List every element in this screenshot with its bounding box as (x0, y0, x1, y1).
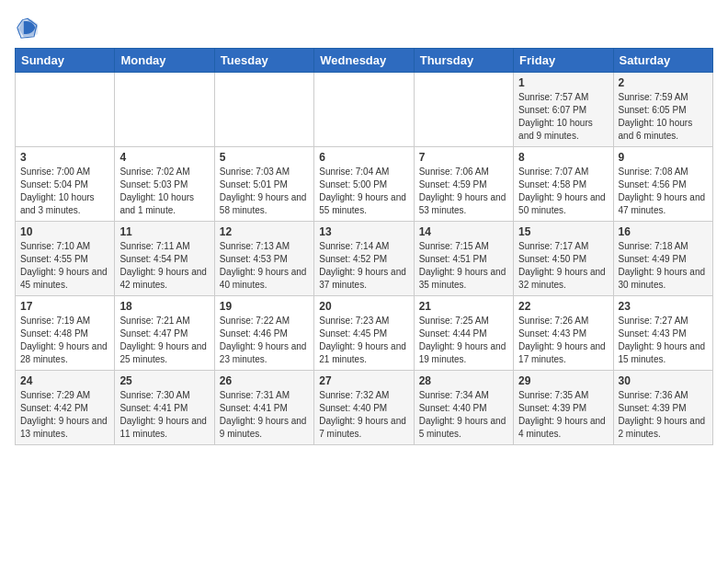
day-info: Sunrise: 7:18 AM Sunset: 4:49 PM Dayligh… (619, 240, 708, 292)
calendar-day-cell: 13Sunrise: 7:14 AM Sunset: 4:52 PM Dayli… (314, 222, 414, 296)
day-info: Sunrise: 7:06 AM Sunset: 4:59 PM Dayligh… (419, 166, 508, 217)
day-info: Sunrise: 7:36 AM Sunset: 4:39 PM Dayligh… (619, 389, 708, 441)
day-info: Sunrise: 7:26 AM Sunset: 4:43 PM Dayligh… (518, 315, 608, 366)
calendar-day-cell: 20Sunrise: 7:23 AM Sunset: 4:45 PM Dayli… (314, 296, 414, 371)
day-info: Sunrise: 7:00 AM Sunset: 5:04 PM Dayligh… (20, 166, 109, 217)
day-info: Sunrise: 7:04 AM Sunset: 5:00 PM Dayligh… (319, 166, 408, 217)
day-info: Sunrise: 7:32 AM Sunset: 4:40 PM Dayligh… (319, 389, 408, 441)
calendar-day-cell (115, 73, 214, 147)
calendar-day-cell: 16Sunrise: 7:18 AM Sunset: 4:49 PM Dayli… (613, 222, 712, 296)
day-info: Sunrise: 7:07 AM Sunset: 4:58 PM Dayligh… (518, 166, 608, 217)
day-info: Sunrise: 7:19 AM Sunset: 4:48 PM Dayligh… (20, 315, 109, 366)
day-info: Sunrise: 7:35 AM Sunset: 4:39 PM Dayligh… (518, 389, 608, 441)
calendar-week-row: 3Sunrise: 7:00 AM Sunset: 5:04 PM Daylig… (16, 147, 713, 222)
day-info: Sunrise: 7:10 AM Sunset: 4:55 PM Dayligh… (20, 240, 109, 292)
calendar-day-cell (414, 73, 513, 147)
calendar-day-cell: 26Sunrise: 7:31 AM Sunset: 4:41 PM Dayli… (214, 371, 313, 445)
calendar-day-cell: 7Sunrise: 7:06 AM Sunset: 4:59 PM Daylig… (414, 147, 513, 222)
day-info: Sunrise: 7:30 AM Sunset: 4:41 PM Dayligh… (119, 389, 209, 441)
calendar-day-header: Friday (514, 49, 613, 73)
calendar-day-header: Sunday (16, 49, 115, 73)
calendar-day-cell: 21Sunrise: 7:25 AM Sunset: 4:44 PM Dayli… (414, 296, 513, 371)
day-number: 28 (419, 374, 508, 387)
day-info: Sunrise: 7:34 AM Sunset: 4:40 PM Dayligh… (419, 389, 508, 441)
day-number: 12 (220, 225, 309, 238)
day-number: 26 (220, 374, 309, 387)
header (15, 15, 713, 40)
calendar-day-cell (16, 73, 115, 147)
day-number: 13 (319, 225, 408, 238)
logo-icon (15, 15, 40, 40)
day-info: Sunrise: 7:13 AM Sunset: 4:53 PM Dayligh… (220, 240, 309, 292)
day-info: Sunrise: 7:22 AM Sunset: 4:46 PM Dayligh… (220, 315, 309, 366)
day-info: Sunrise: 7:27 AM Sunset: 4:43 PM Dayligh… (619, 315, 708, 366)
day-info: Sunrise: 7:29 AM Sunset: 4:42 PM Dayligh… (20, 389, 109, 441)
day-number: 24 (20, 374, 109, 387)
day-info: Sunrise: 7:15 AM Sunset: 4:51 PM Dayligh… (419, 240, 508, 292)
day-info: Sunrise: 7:08 AM Sunset: 4:56 PM Dayligh… (619, 166, 708, 217)
calendar-day-cell (214, 73, 313, 147)
logo (15, 15, 44, 40)
calendar-week-row: 24Sunrise: 7:29 AM Sunset: 4:42 PM Dayli… (16, 371, 713, 445)
day-number: 22 (518, 300, 608, 313)
day-info: Sunrise: 7:59 AM Sunset: 6:05 PM Dayligh… (619, 91, 708, 143)
calendar-day-cell: 25Sunrise: 7:30 AM Sunset: 4:41 PM Dayli… (115, 371, 214, 445)
day-info: Sunrise: 7:21 AM Sunset: 4:47 PM Dayligh… (119, 315, 209, 366)
day-info: Sunrise: 7:57 AM Sunset: 6:07 PM Dayligh… (518, 91, 608, 143)
calendar-day-header: Tuesday (214, 49, 313, 73)
calendar-day-header: Saturday (613, 49, 712, 73)
calendar-day-cell: 30Sunrise: 7:36 AM Sunset: 4:39 PM Dayli… (613, 371, 712, 445)
calendar-day-cell: 3Sunrise: 7:00 AM Sunset: 5:04 PM Daylig… (16, 147, 115, 222)
day-number: 23 (619, 300, 708, 313)
calendar-day-cell: 9Sunrise: 7:08 AM Sunset: 4:56 PM Daylig… (613, 147, 712, 222)
day-info: Sunrise: 7:11 AM Sunset: 4:54 PM Dayligh… (119, 240, 209, 292)
calendar-week-row: 10Sunrise: 7:10 AM Sunset: 4:55 PM Dayli… (16, 222, 713, 296)
calendar-day-cell: 10Sunrise: 7:10 AM Sunset: 4:55 PM Dayli… (16, 222, 115, 296)
day-info: Sunrise: 7:02 AM Sunset: 5:03 PM Dayligh… (119, 166, 209, 217)
day-info: Sunrise: 7:17 AM Sunset: 4:50 PM Dayligh… (518, 240, 608, 292)
calendar-day-cell: 2Sunrise: 7:59 AM Sunset: 6:05 PM Daylig… (613, 73, 712, 147)
calendar-header-row: SundayMondayTuesdayWednesdayThursdayFrid… (16, 49, 713, 73)
day-number: 7 (419, 151, 508, 164)
calendar-day-header: Thursday (414, 49, 513, 73)
day-number: 20 (319, 300, 408, 313)
calendar-day-cell: 4Sunrise: 7:02 AM Sunset: 5:03 PM Daylig… (115, 147, 214, 222)
calendar-day-cell: 15Sunrise: 7:17 AM Sunset: 4:50 PM Dayli… (514, 222, 613, 296)
day-number: 9 (619, 151, 708, 164)
day-number: 25 (119, 374, 209, 387)
calendar-day-cell: 19Sunrise: 7:22 AM Sunset: 4:46 PM Dayli… (214, 296, 313, 371)
calendar-day-cell: 11Sunrise: 7:11 AM Sunset: 4:54 PM Dayli… (115, 222, 214, 296)
day-number: 21 (419, 300, 508, 313)
calendar-day-cell (314, 73, 414, 147)
day-number: 3 (20, 151, 109, 164)
day-number: 27 (319, 374, 408, 387)
calendar-day-cell: 17Sunrise: 7:19 AM Sunset: 4:48 PM Dayli… (16, 296, 115, 371)
day-number: 29 (518, 374, 608, 387)
calendar-day-cell: 12Sunrise: 7:13 AM Sunset: 4:53 PM Dayli… (214, 222, 313, 296)
day-number: 19 (220, 300, 309, 313)
day-number: 15 (518, 225, 608, 238)
calendar-day-cell: 27Sunrise: 7:32 AM Sunset: 4:40 PM Dayli… (314, 371, 414, 445)
day-number: 11 (119, 225, 209, 238)
day-info: Sunrise: 7:23 AM Sunset: 4:45 PM Dayligh… (319, 315, 408, 366)
day-number: 2 (619, 76, 708, 89)
day-number: 8 (518, 151, 608, 164)
calendar: SundayMondayTuesdayWednesdayThursdayFrid… (15, 48, 713, 445)
calendar-day-cell: 18Sunrise: 7:21 AM Sunset: 4:47 PM Dayli… (115, 296, 214, 371)
calendar-day-cell: 29Sunrise: 7:35 AM Sunset: 4:39 PM Dayli… (514, 371, 613, 445)
calendar-week-row: 1Sunrise: 7:57 AM Sunset: 6:07 PM Daylig… (16, 73, 713, 147)
calendar-day-header: Wednesday (314, 49, 414, 73)
calendar-day-cell: 23Sunrise: 7:27 AM Sunset: 4:43 PM Dayli… (613, 296, 712, 371)
day-number: 5 (220, 151, 309, 164)
day-number: 4 (119, 151, 209, 164)
calendar-day-cell: 8Sunrise: 7:07 AM Sunset: 4:58 PM Daylig… (514, 147, 613, 222)
day-info: Sunrise: 7:14 AM Sunset: 4:52 PM Dayligh… (319, 240, 408, 292)
calendar-day-cell: 24Sunrise: 7:29 AM Sunset: 4:42 PM Dayli… (16, 371, 115, 445)
day-number: 10 (20, 225, 109, 238)
calendar-day-cell: 22Sunrise: 7:26 AM Sunset: 4:43 PM Dayli… (514, 296, 613, 371)
day-number: 30 (619, 374, 708, 387)
day-info: Sunrise: 7:03 AM Sunset: 5:01 PM Dayligh… (220, 166, 309, 217)
day-number: 14 (419, 225, 508, 238)
calendar-day-cell: 1Sunrise: 7:57 AM Sunset: 6:07 PM Daylig… (514, 73, 613, 147)
day-info: Sunrise: 7:25 AM Sunset: 4:44 PM Dayligh… (419, 315, 508, 366)
